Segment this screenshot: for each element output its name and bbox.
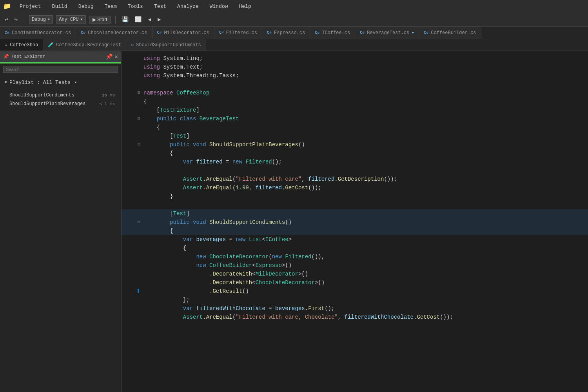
code-line: }; — [122, 296, 588, 304]
tab2-label: CoffeeShop — [10, 42, 38, 48]
tab-label-3: MilkDecorator.cs — [164, 30, 209, 36]
tab-bar-row1: C# CondimentDecorator.cs C# ChocolateDec… — [0, 27, 588, 39]
code-line: ⊟ namespace CoffeeShop — [122, 89, 588, 97]
tab2-label-2: CoffeeShop.BeverageTest — [56, 42, 121, 48]
nav-forward-icon[interactable]: ▶ — [156, 15, 162, 24]
menu-tools[interactable]: Tools — [125, 3, 145, 10]
debug-dropdown[interactable]: Debug ▾ — [29, 15, 53, 24]
code-line: new CoffeeBuilder<Espresso>() — [122, 261, 588, 270]
code-line: var beverages = new List<ICoffee> — [122, 235, 588, 244]
code-editor: using System.Linq; using System.Text; us… — [122, 51, 588, 392]
code-line: [Test] — [122, 132, 588, 140]
menu-team[interactable]: Team — [102, 3, 119, 10]
code-line-highlighted: ⊟ public void ShouldSupportCondiments() — [122, 218, 588, 227]
tab2-label-3: ShouldSupportCondiments — [136, 42, 201, 48]
cs-file-icon: C# — [5, 31, 9, 35]
cs-file-icon-8: C# — [424, 31, 428, 35]
tab-label-5: Espresso.cs — [274, 30, 305, 36]
test-item-2[interactable]: ShouldSupportPlainBeverages < 1 ms — [0, 100, 121, 108]
code-line: ▌ .GetResult() — [122, 287, 588, 296]
cpu-dropdown[interactable]: Any CPU ▾ — [56, 15, 86, 24]
code-line: { — [122, 149, 588, 158]
chevron-down-icon-3: ▾ — [74, 80, 77, 85]
tab2-icon-2: 🧪 — [48, 42, 54, 48]
toolbar: ↩ ↪ Debug ▾ Any CPU ▾ ▶ Start 💾 ⬜ ◀ ▶ — [0, 13, 588, 27]
tab-label-7: BeverageTest.cs — [367, 30, 409, 36]
tab-filtered[interactable]: C# Filtered.cs — [214, 27, 262, 39]
chevron-down-icon-2: ▾ — [80, 16, 83, 22]
chevron-icon: ▼ — [5, 80, 7, 85]
tab-chocolate-decorator[interactable]: C# ChocolateDecorator.cs — [76, 27, 152, 39]
menu-window[interactable]: Window — [207, 3, 230, 10]
tab2-should-support-condiments[interactable]: ○ ShouldSupportCondiments — [126, 39, 206, 51]
debug-label: Debug — [32, 17, 46, 22]
test-name-2: ShouldSupportPlainBeverages — [9, 101, 85, 107]
pin-btn[interactable]: 📌 — [106, 53, 113, 60]
undo-icon[interactable]: ↩ — [3, 15, 9, 24]
code-line: { — [122, 123, 588, 132]
redo-icon[interactable]: ↪ — [13, 15, 19, 24]
cs-file-icon-3: C# — [157, 31, 162, 35]
code-line: Assert.AreEqual("Filtered with care, Cho… — [122, 313, 588, 321]
code-line: { — [122, 244, 588, 252]
tab2-beverage-test[interactable]: 🧪 CoffeeShop.BeverageTest — [43, 39, 126, 51]
tab-label-6: ICoffee.cs — [322, 30, 350, 36]
cs-file-icon-7: C# — [360, 31, 365, 35]
playlist-label: Playlist : All Tests — [9, 80, 71, 85]
tab2-icon: ☕ — [5, 42, 7, 48]
menu-help[interactable]: Help — [237, 3, 254, 10]
cs-file-icon-2: C# — [81, 31, 85, 35]
close-icon[interactable]: ✕ — [115, 53, 118, 60]
code-line: var filteredWithChocolate = beverages.Fi… — [122, 304, 588, 313]
tab-condiment-decorator[interactable]: C# CondimentDecorator.cs — [0, 27, 76, 39]
code-line: using System.Text; — [122, 63, 588, 71]
code-line-blank — [122, 166, 588, 175]
cs-file-icon-4: C# — [219, 31, 224, 35]
tab-beverage-test[interactable]: C# BeverageTest.cs ● — [355, 27, 419, 39]
cs-file-icon-6: C# — [315, 31, 319, 35]
left-panel: 📌 Test Explorer 📌 ✕ ▼ Playlist : All Tes… — [0, 51, 122, 392]
start-button[interactable]: ▶ Start — [89, 16, 111, 24]
menu-build[interactable]: Build — [50, 3, 70, 10]
code-scroll[interactable]: using System.Linq; using System.Text; us… — [122, 51, 588, 392]
save-icon[interactable]: 💾 — [120, 15, 130, 24]
cs-file-icon-5: C# — [267, 31, 272, 35]
menu-debug[interactable]: Debug — [76, 3, 96, 10]
test-list: ShouldSupportCondiments 16 ms ShouldSupp… — [0, 89, 121, 392]
tab-label-4: Filtered.cs — [226, 30, 257, 36]
search-input[interactable] — [3, 66, 118, 73]
playlist-header[interactable]: ▼ Playlist : All Tests ▾ — [0, 75, 121, 89]
test-item-1[interactable]: ShouldSupportCondiments 16 ms — [0, 91, 121, 100]
tab-milk-decorator[interactable]: C# MilkDecorator.cs — [152, 27, 214, 39]
menu-test[interactable]: Test — [152, 3, 169, 10]
code-line: .DecorateWith<MilkDecorator>() — [122, 270, 588, 278]
chevron-down-icon: ▾ — [47, 16, 50, 22]
code-line-highlighted: { — [122, 227, 588, 235]
code-line: using System.Threading.Tasks; — [122, 71, 588, 80]
bookmark-icon[interactable]: ⬜ — [133, 15, 143, 24]
panel-controls: 📌 ✕ — [106, 53, 118, 60]
test-name-1: ShouldSupportCondiments — [9, 93, 74, 98]
panel-title-text: Test Explorer — [11, 54, 45, 59]
tab-label-8: CoffeeBuilder.cs — [431, 30, 476, 36]
code-line: { — [122, 97, 588, 106]
tab-espresso[interactable]: C# Espresso.cs — [262, 27, 310, 39]
tab2-icon-3: ○ — [131, 42, 134, 48]
code-line: } — [122, 192, 588, 201]
tab-coffee-builder[interactable]: C# CoffeeBuilder.cs — [419, 27, 481, 39]
tab-icoffee[interactable]: C# ICoffee.cs — [310, 27, 355, 39]
code-line-highlighted: [Test] — [122, 209, 588, 218]
tab-dot: ● — [412, 31, 414, 35]
menu-analyze[interactable]: Analyze — [175, 3, 201, 10]
test-time-2: < 1 ms — [99, 102, 115, 106]
code-line-blank — [122, 80, 588, 89]
main-content: 📌 Test Explorer 📌 ✕ ▼ Playlist : All Tes… — [0, 51, 588, 392]
code-line: .DecorateWith<ChocolateDecorator>() — [122, 278, 588, 287]
code-line: ⊟ public void ShouldSupportPlainBeverage… — [122, 140, 588, 149]
tab2-coffeeshop[interactable]: ☕ CoffeeShop — [0, 39, 43, 51]
separator-1 — [24, 16, 24, 24]
menu-project[interactable]: Project — [17, 3, 44, 10]
tab-label: CondimentDecorator.cs — [12, 30, 71, 36]
tab-bar-row2: ☕ CoffeeShop 🧪 CoffeeShop.BeverageTest ○… — [0, 39, 588, 51]
nav-back-icon[interactable]: ◀ — [146, 15, 152, 24]
